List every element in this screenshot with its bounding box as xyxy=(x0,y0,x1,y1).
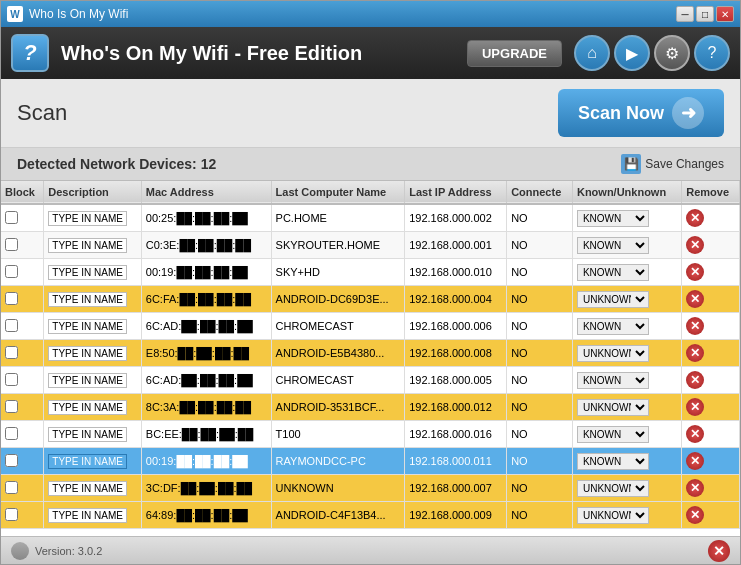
known-select[interactable]: KNOWNUNKNOWN xyxy=(577,426,649,443)
description-button[interactable]: TYPE IN NAME xyxy=(48,292,127,307)
ip-cell: 192.168.000.011 xyxy=(405,448,507,475)
nav-buttons: ⌂ ▶ ⚙ ? xyxy=(574,35,730,71)
remove-cell: ✕ xyxy=(682,259,740,286)
block-checkbox[interactable] xyxy=(5,238,18,251)
ip-cell: 192.168.000.005 xyxy=(405,367,507,394)
block-checkbox[interactable] xyxy=(5,265,18,278)
block-cell xyxy=(1,448,44,475)
connected-cell: NO xyxy=(507,475,573,502)
description-cell: TYPE IN NAME xyxy=(44,448,141,475)
scan-title: Scan xyxy=(17,100,67,126)
remove-button[interactable]: ✕ xyxy=(686,317,704,335)
mac-cell: E8:50:██:██:██:██ xyxy=(141,340,271,367)
description-button[interactable]: TYPE IN NAME xyxy=(48,265,127,280)
scan-now-button[interactable]: Scan Now ➜ xyxy=(558,89,724,137)
block-checkbox[interactable] xyxy=(5,346,18,359)
computer-name-cell: ANDROID-E5B4380... xyxy=(271,340,405,367)
remove-button[interactable]: ✕ xyxy=(686,371,704,389)
connected-cell: NO xyxy=(507,448,573,475)
ip-cell: 192.168.000.016 xyxy=(405,421,507,448)
known-select[interactable]: KNOWNUNKNOWN xyxy=(577,237,649,254)
mac-cell: 64:89:██:██:██:██ xyxy=(141,502,271,529)
known-select[interactable]: KNOWNUNKNOWN xyxy=(577,399,649,416)
block-checkbox[interactable] xyxy=(5,373,18,386)
known-cell: KNOWNUNKNOWN xyxy=(572,340,681,367)
description-button[interactable]: TYPE IN NAME xyxy=(48,346,127,361)
mac-cell: C0:3E:██:██:██:██ xyxy=(141,232,271,259)
description-cell: TYPE IN NAME xyxy=(44,259,141,286)
known-select[interactable]: KNOWNUNKNOWN xyxy=(577,480,649,497)
logo-text: ? xyxy=(23,40,36,66)
remove-cell: ✕ xyxy=(682,367,740,394)
description-cell: TYPE IN NAME xyxy=(44,340,141,367)
titlebar-left: W Who Is On My Wifi xyxy=(7,6,128,22)
known-select[interactable]: KNOWNUNKNOWN xyxy=(577,507,649,524)
remove-button[interactable]: ✕ xyxy=(686,263,704,281)
remove-button[interactable]: ✕ xyxy=(686,236,704,254)
description-button[interactable]: TYPE IN NAME xyxy=(48,427,127,442)
upgrade-button[interactable]: UPGRADE xyxy=(467,40,562,67)
ip-cell: 192.168.000.001 xyxy=(405,232,507,259)
ip-cell: 192.168.000.002 xyxy=(405,204,507,232)
ip-cell: 192.168.000.008 xyxy=(405,340,507,367)
mac-cell: 3C:DF:██:██:██:██ xyxy=(141,475,271,502)
remove-cell: ✕ xyxy=(682,232,740,259)
remove-cell: ✕ xyxy=(682,286,740,313)
mac-cell: 00:19:██:██:██:██ xyxy=(141,259,271,286)
block-checkbox[interactable] xyxy=(5,319,18,332)
version-label: Version: 3.0.2 xyxy=(35,545,102,557)
description-button[interactable]: TYPE IN NAME xyxy=(48,454,127,469)
remove-button[interactable]: ✕ xyxy=(686,479,704,497)
detected-count: Detected Network Devices: 12 xyxy=(17,156,216,172)
block-checkbox[interactable] xyxy=(5,292,18,305)
known-select[interactable]: KNOWNUNKNOWN xyxy=(577,264,649,281)
remove-button[interactable]: ✕ xyxy=(686,452,704,470)
save-changes-button[interactable]: 💾 Save Changes xyxy=(621,154,724,174)
description-button[interactable]: TYPE IN NAME xyxy=(48,481,127,496)
home-button[interactable]: ⌂ xyxy=(574,35,610,71)
description-button[interactable]: TYPE IN NAME xyxy=(48,400,127,415)
remove-button[interactable]: ✕ xyxy=(686,209,704,227)
gear-button[interactable]: ⚙ xyxy=(654,35,690,71)
block-checkbox[interactable] xyxy=(5,508,18,521)
help-button[interactable]: ? xyxy=(694,35,730,71)
description-button[interactable]: TYPE IN NAME xyxy=(48,238,127,253)
connected-cell: NO xyxy=(507,421,573,448)
ip-cell: 192.168.000.007 xyxy=(405,475,507,502)
description-button[interactable]: TYPE IN NAME xyxy=(48,319,127,334)
remove-cell: ✕ xyxy=(682,502,740,529)
remove-button[interactable]: ✕ xyxy=(686,398,704,416)
block-checkbox[interactable] xyxy=(5,481,18,494)
block-checkbox[interactable] xyxy=(5,427,18,440)
known-select[interactable]: KNOWNUNKNOWN xyxy=(577,372,649,389)
connected-cell: NO xyxy=(507,232,573,259)
remove-button[interactable]: ✕ xyxy=(686,506,704,524)
remove-button[interactable]: ✕ xyxy=(686,425,704,443)
connected-cell: NO xyxy=(507,502,573,529)
description-cell: TYPE IN NAME xyxy=(44,421,141,448)
block-cell xyxy=(1,259,44,286)
block-checkbox[interactable] xyxy=(5,211,18,224)
minimize-button[interactable]: ─ xyxy=(676,6,694,22)
block-checkbox[interactable] xyxy=(5,400,18,413)
play-button[interactable]: ▶ xyxy=(614,35,650,71)
description-button[interactable]: TYPE IN NAME xyxy=(48,508,127,523)
known-select[interactable]: KNOWNUNKNOWN xyxy=(577,345,649,362)
table-row: TYPE IN NAME00:19:██:██:██:██SKY+HD192.1… xyxy=(1,259,740,286)
maximize-button[interactable]: □ xyxy=(696,6,714,22)
remove-button[interactable]: ✕ xyxy=(686,344,704,362)
scan-arrow-icon: ➜ xyxy=(672,97,704,129)
known-select[interactable]: KNOWNUNKNOWN xyxy=(577,453,649,470)
block-checkbox[interactable] xyxy=(5,454,18,467)
known-cell: KNOWNUNKNOWN xyxy=(572,421,681,448)
remove-cell: ✕ xyxy=(682,313,740,340)
description-button[interactable]: TYPE IN NAME xyxy=(48,211,127,226)
description-button[interactable]: TYPE IN NAME xyxy=(48,373,127,388)
statusbar-close-button[interactable]: ✕ xyxy=(708,540,730,562)
close-button[interactable]: ✕ xyxy=(716,6,734,22)
remove-button[interactable]: ✕ xyxy=(686,290,704,308)
known-select[interactable]: KNOWNUNKNOWN xyxy=(577,210,649,227)
statusbar: Version: 3.0.2 ✕ xyxy=(1,536,740,564)
known-select[interactable]: KNOWNUNKNOWN xyxy=(577,291,649,308)
known-select[interactable]: KNOWNUNKNOWN xyxy=(577,318,649,335)
